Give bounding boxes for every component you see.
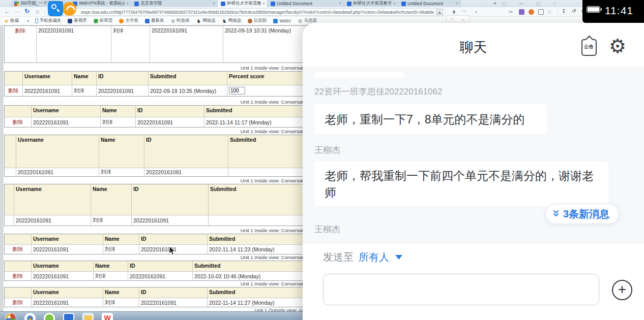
new-tab-button[interactable]: + — [491, 1, 499, 7]
delete-link[interactable]: 删除 — [13, 299, 23, 306]
attach-plus-button[interactable]: + — [612, 280, 632, 300]
table-cell: Name — [100, 106, 135, 117]
history-icon[interactable]: ↺ — [572, 8, 576, 14]
announcement-button[interactable]: 公告 — [581, 39, 597, 56]
page-content: 删除202220161091刘洋2022201610912022-09-19 1… — [4, 25, 311, 312]
minimize-icon[interactable] — [519, 3, 523, 4]
table-caption: Unit 1 Inside view: Conversati — [4, 65, 304, 71]
home-signal-icon[interactable]: ⌂ — [451, 16, 453, 21]
purple-extension-icon[interactable] — [519, 9, 524, 15]
bookmark-label: 新视界 — [74, 18, 87, 24]
table-cell — [5, 287, 31, 298]
table-header-row: UsernameNameIDSubmitted — [5, 184, 311, 215]
folder-taskbar-icon[interactable] — [82, 313, 94, 320]
maximize-icon[interactable] — [537, 2, 540, 6]
settings-gear-icon[interactable]: ⚙ — [609, 34, 626, 58]
orange-extension-icon[interactable] — [529, 9, 534, 15]
grid-extension-icon[interactable]: ∷ — [548, 9, 553, 15]
chat-message-input[interactable] — [323, 274, 599, 305]
table-cell: ID — [128, 261, 192, 271]
table-cell: Name — [103, 234, 139, 244]
new-messages-badge[interactable]: 3条新消息 — [545, 204, 619, 224]
lightning-icon[interactable] — [452, 9, 456, 15]
download-icon[interactable]: ↧ — [562, 8, 566, 14]
tab-close-icon[interactable]: × — [393, 1, 396, 6]
close-icon[interactable]: × — [553, 1, 556, 6]
tab-close-icon[interactable]: × — [126, 1, 129, 6]
tab-close-icon[interactable]: × — [262, 1, 265, 6]
start-button[interactable] — [5, 313, 16, 320]
delete-link[interactable]: 删除 — [15, 27, 26, 35]
browser-tab[interactable]: 外研社大学英语教学管理平台× — [344, 0, 398, 7]
favorites-label[interactable]: 收藏 — [10, 18, 19, 24]
bookmark-label: 网络远 — [202, 18, 216, 24]
table-cell — [5, 135, 16, 168]
favorites-caret-icon[interactable]: ▼ — [26, 19, 30, 23]
tab-close-icon[interactable]: × — [456, 1, 458, 6]
delete-link[interactable]: 删除 — [13, 246, 23, 253]
tab-bar: 360导航_一个主页，整个世界×WebVPN系统 - 资源站点×北京农学院×外研… — [0, 0, 644, 7]
chrome-taskbar-icon[interactable] — [24, 313, 36, 320]
forward-icon[interactable]: → — [14, 8, 20, 15]
table-cell: 202220161091 — [144, 168, 228, 176]
bookmark-item[interactable]: ♞网络远 — [196, 18, 216, 24]
delete-link[interactable]: 删除 — [13, 119, 23, 126]
send-to-select[interactable]: 所有人 — [359, 250, 389, 264]
table-cell: 刘洋 — [100, 117, 135, 127]
table-header-row: UsernameNameIDSubmittedPercent score — [5, 72, 311, 85]
collapse-chevron-icon[interactable]: ⌄ — [461, 16, 465, 21]
bookmark-item[interactable]: ♞网络远 — [222, 18, 241, 24]
tab-close-icon[interactable]: × — [213, 1, 215, 6]
window-controls: × — [503, 1, 556, 6]
table-cell: Submitted — [148, 72, 227, 85]
orange-bookmark-icon — [119, 19, 124, 23]
blue-app-taskbar-icon[interactable] — [63, 313, 74, 320]
refresh-icon[interactable]: ↻ — [24, 8, 30, 15]
url-bar[interactable]: wvpn.bua.edu.cn/http/77726476706e6973746… — [45, 8, 446, 16]
favorites-star-icon[interactable]: ★ — [4, 18, 9, 24]
table-cell — [5, 106, 31, 117]
bookmark-item[interactable]: 听双语 — [94, 18, 113, 24]
app-bookmark-icon — [68, 19, 72, 23]
table-row: 删除202220161091刘洋2022201610912022-09-19 1… — [5, 85, 311, 96]
table-caption: Unit 1 Inside view: Conversati — [4, 228, 304, 233]
table-cell: Name — [93, 261, 128, 271]
browser360-taskbar-icon[interactable] — [44, 313, 55, 320]
bookmark-item[interactable]: 手机收藏夹 — [35, 18, 62, 24]
delete-link[interactable]: 删除 — [8, 87, 19, 94]
browser-tab[interactable]: WebVPN系统 - 资源站点× — [70, 0, 131, 7]
table-cell: 刘洋 — [72, 85, 96, 96]
table-cell: Username — [16, 135, 99, 168]
tabs-container: 360导航_一个主页，整个世界×WebVPN系统 - 资源站点×北京农学院×外研… — [11, 0, 461, 7]
floating-browser-app-icon[interactable] — [63, 2, 76, 16]
delete-link[interactable]: 删除 — [13, 273, 23, 280]
browser-tab[interactable]: 外研社大学英语教学管理平台× — [218, 0, 268, 7]
bookmark-item[interactable]: 最新英 — [145, 18, 164, 24]
phone-bookmark-icon — [35, 18, 38, 23]
browser-tab[interactable]: Untitled Document× — [398, 0, 461, 7]
bookmark-item[interactable]: WebV — [273, 18, 291, 23]
box-extension-icon[interactable] — [538, 9, 544, 15]
dropdown-chevron-icon[interactable]: ⌄ — [474, 8, 478, 14]
clip-extension-icon[interactable]: ✂ — [509, 9, 514, 15]
image-tool-icon[interactable] — [436, 9, 443, 15]
doc-bookmark-icon — [145, 19, 150, 23]
restore-icon[interactable] — [503, 2, 506, 6]
wps-taskbar-icon[interactable]: W — [102, 313, 113, 320]
send-to-caret-icon[interactable] — [395, 255, 402, 260]
floating-search-app-icon[interactable] — [48, 1, 63, 16]
table-cell: 202220161091 — [139, 298, 207, 307]
bookmark-item[interactable]: 大学英 — [119, 18, 138, 24]
back-icon[interactable]: ← — [4, 8, 10, 15]
chat-messages[interactable]: 22资环一班李思佳202220161062 老师，重制一下7，8单元的不是满分的… — [303, 68, 644, 243]
bookmark-item[interactable]: ⊕时政英 — [170, 18, 190, 24]
bookmark-item[interactable]: 以实际 — [248, 18, 267, 24]
more-actions-icon[interactable]: ⋯ — [462, 8, 467, 14]
home-icon[interactable]: ⌂ — [36, 8, 39, 15]
browser-tab[interactable]: 北京农学院× — [131, 0, 218, 7]
percent-score-input[interactable] — [229, 87, 245, 94]
grades-table: UsernameNameIDSubmittedPercent score删除20… — [4, 71, 311, 97]
browser-tab[interactable]: Untitled Document× — [268, 0, 344, 7]
tab-close-icon[interactable]: × — [339, 1, 341, 6]
bookmark-item[interactable]: 新视界 — [68, 18, 87, 24]
